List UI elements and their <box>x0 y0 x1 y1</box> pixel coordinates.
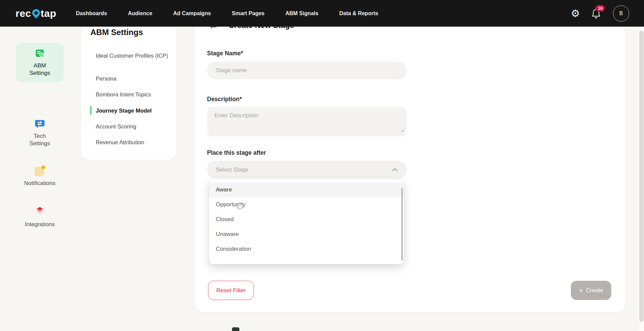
settings-nav-item-journey-stage-model[interactable]: Journey Stage Model <box>96 107 170 114</box>
sidebar-item-label: Tech Settings <box>25 132 54 147</box>
plus-icon: + <box>579 287 583 294</box>
sidebar-item-abm-settings[interactable]: ABM Settings <box>16 43 64 82</box>
dropdown-option-unaware[interactable]: Unaware <box>209 227 404 242</box>
integrations-icon <box>34 206 46 217</box>
nav-item-ad-campaigns[interactable]: Ad Campaigns <box>173 10 211 17</box>
navbar-right-controls: ⚙ 16 B <box>571 0 629 27</box>
panel-title: ABM Settings <box>90 28 143 37</box>
description-label: Description* <box>207 96 242 103</box>
nav-item-smart-pages[interactable]: Smart Pages <box>232 10 265 17</box>
reset-filter-button[interactable]: Reset Filter <box>208 281 254 300</box>
clipped-content-fragment <box>232 327 239 331</box>
gear-icon[interactable]: ⚙ <box>571 8 580 19</box>
sidebar-item-integrations[interactable]: Integrations <box>16 206 64 228</box>
dropdown-option-closed[interactable]: Closed <box>209 212 404 227</box>
description-textarea[interactable] <box>207 107 407 137</box>
dropdown-scrollbar[interactable] <box>401 188 403 261</box>
nav-item-abm-signals[interactable]: ABM Signals <box>285 10 318 17</box>
sidebar-item-label: Integrations <box>25 221 55 228</box>
sidebar-item-label: Notifications <box>24 180 56 187</box>
create-button-label: Create <box>586 287 603 294</box>
notifications-bell-button[interactable]: 16 <box>591 8 602 19</box>
logo-pin-icon <box>32 9 40 20</box>
sidebar-item-notifications[interactable]: Notifications <box>16 166 64 187</box>
stage-name-input[interactable] <box>207 62 407 79</box>
stage-select[interactable]: Select Stage <box>207 161 407 179</box>
hand-cursor-icon <box>235 200 244 210</box>
abm-settings-icon <box>34 48 45 59</box>
active-indicator <box>90 106 91 115</box>
dropdown-option-consideration[interactable]: Consideration <box>209 242 404 257</box>
place-after-label: Place this stage after <box>207 149 266 156</box>
settings-nav-item-bombora[interactable]: Bombora Intent Topics <box>96 91 170 98</box>
logo-text-post: tap <box>41 8 57 19</box>
recotap-logo[interactable]: rec tap <box>16 8 56 19</box>
sidebar-item-tech-settings[interactable]: Tech Settings <box>16 118 64 147</box>
notification-count-badge: 16 <box>595 5 605 12</box>
notifications-icon <box>34 166 45 176</box>
top-navbar: rec tap Dashboards Audience Ad Campaigns… <box>0 0 644 27</box>
main-nav: Dashboards Audience Ad Campaigns Smart P… <box>76 10 378 17</box>
nav-item-dashboards[interactable]: Dashboards <box>76 10 107 17</box>
tech-settings-icon <box>34 118 45 129</box>
select-placeholder: Select Stage <box>216 167 392 173</box>
nav-item-audience[interactable]: Audience <box>128 10 152 17</box>
logo-text-pre: rec <box>16 8 31 19</box>
settings-nav-item-icp[interactable]: Ideal Customer Profiles (ICP) <box>96 52 170 59</box>
settings-nav-item-account-scoring[interactable]: Account Scoring <box>96 123 170 130</box>
avatar[interactable]: B <box>613 5 629 22</box>
recotap-app: rec tap Dashboards Audience Ad Campaigns… <box>0 0 644 331</box>
settings-nav-item-revenue-attribution[interactable]: Revenue Attribution <box>96 139 170 146</box>
page-scrollbar-thumb[interactable] <box>639 31 644 322</box>
abm-settings-panel: ABM Settings Ideal Customer Profiles (IC… <box>81 12 177 160</box>
stage-name-label: Stage Name* <box>207 50 243 57</box>
settings-nav-item-persona[interactable]: Persona <box>96 75 170 82</box>
stage-select-dropdown: Aware Opportunity Closed Unaware Conside… <box>209 180 404 264</box>
page-scrollbar[interactable] <box>639 27 644 331</box>
dropdown-option-aware[interactable]: Aware <box>209 182 404 197</box>
create-button[interactable]: + Create <box>571 281 611 300</box>
chevron-up-icon <box>392 168 398 172</box>
nav-item-data-reports[interactable]: Data & Reports <box>339 10 378 17</box>
sidebar-item-label: ABM Settings <box>25 62 54 77</box>
